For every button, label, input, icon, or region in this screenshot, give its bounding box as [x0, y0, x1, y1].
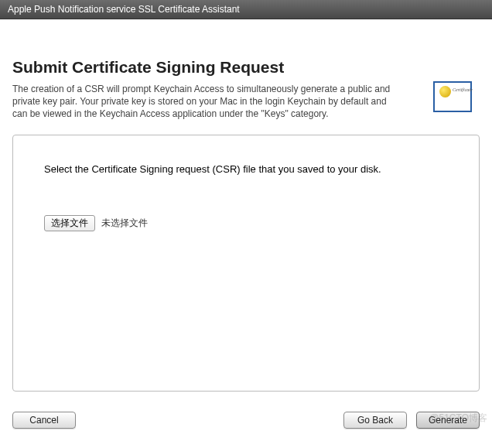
choose-file-button[interactable]: 选择文件	[44, 215, 95, 231]
certificate-icon	[433, 81, 472, 112]
go-back-button[interactable]: Go Back	[343, 412, 407, 429]
generate-button[interactable]: Generate	[416, 412, 480, 429]
header-row: Submit Certificate Signing Request The c…	[12, 19, 480, 121]
page-description: The creation of a CSR will prompt Keycha…	[12, 83, 395, 121]
footer-right-group: Go Back Generate	[343, 412, 480, 429]
file-chooser-row: 选择文件 未选择文件	[44, 215, 448, 231]
panel-instruction: Select the Certificate Signing request (…	[44, 163, 448, 175]
page-title: Submit Certificate Signing Request	[12, 58, 418, 77]
csr-panel: Select the Certificate Signing request (…	[12, 135, 480, 392]
window-titlebar: Apple Push Notification service SSL Cert…	[0, 0, 492, 19]
cancel-button[interactable]: Cancel	[12, 412, 76, 429]
main-content: Submit Certificate Signing Request The c…	[0, 19, 492, 392]
window-title: Apple Push Notification service SSL Cert…	[8, 4, 240, 15]
header-text: Submit Certificate Signing Request The c…	[12, 58, 433, 121]
footer: Cancel Go Back Generate	[0, 412, 492, 429]
file-status-label: 未选择文件	[101, 217, 148, 230]
